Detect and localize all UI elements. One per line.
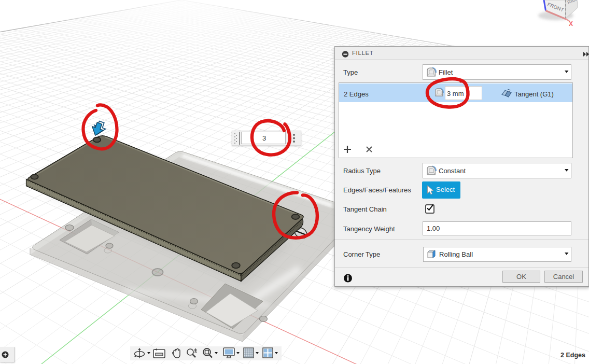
svg-text:X: X	[569, 20, 573, 27]
